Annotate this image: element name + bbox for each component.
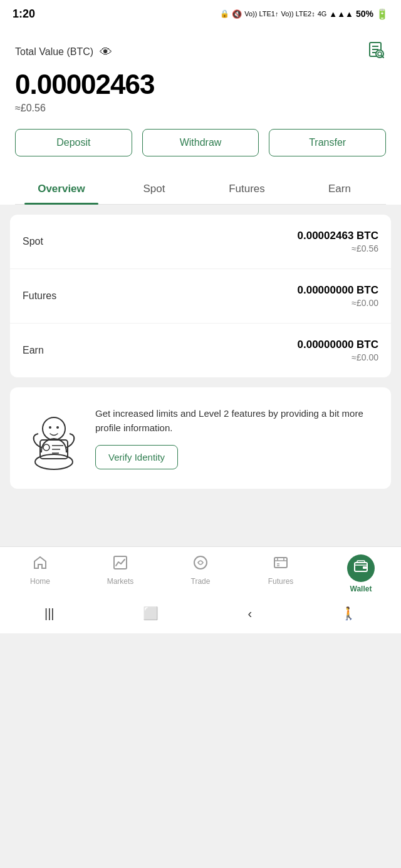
tab-earn[interactable]: Earn [293,174,386,204]
nav-label-home: Home [30,577,50,586]
nav-item-trade[interactable]: Trade [175,554,226,593]
nav-label-markets: Markets [107,577,134,586]
deposit-button[interactable]: Deposit [15,129,132,156]
nav-item-markets[interactable]: Markets [95,554,145,593]
trade-icon [192,554,209,574]
bottom-nav: Home Markets Trade [0,546,401,598]
mute-icon: 🔇 [232,9,242,19]
earn-values: 0.00000000 BTC ≈£0.00 [298,339,378,362]
verify-text: Get increased limits and Level 2 feature… [95,407,378,469]
withdraw-button[interactable]: Withdraw [142,129,259,156]
btc-main-value: 0.00002463 [15,69,386,100]
wallet-icon [353,558,369,578]
verify-card: Get increased limits and Level 2 feature… [10,387,391,489]
back-button[interactable]: ‹ [247,606,252,621]
spacer [10,499,391,536]
futures-values: 0.00000000 BTC ≈£0.00 [298,284,378,308]
earn-fiat: ≈£0.00 [298,352,378,362]
futures-fiat: ≈£0.00 [298,298,378,308]
balances-card: Spot 0.00002463 BTC ≈£0.56 Futures 0.000… [10,215,391,377]
fiat-main-value: ≈£0.56 [15,103,386,114]
tabs: Overview Spot Futures Earn [15,174,386,205]
verify-illustration [23,402,85,474]
nav-label-wallet: Wallet [350,585,372,593]
nav-label-trade: Trade [191,577,211,586]
spot-fiat: ≈£0.56 [298,243,378,253]
verify-identity-button[interactable]: Verify Identity [95,445,178,469]
svg-rect-25 [363,566,367,569]
main-content: Total Value (BTC) 👁 0.00002463 ≈£0.56 De… [0,28,401,205]
spot-btc: 0.00002463 BTC [298,230,378,242]
tab-futures[interactable]: Futures [200,174,293,204]
eye-icon[interactable]: 👁 [100,45,112,59]
wifi-bars: ▲▲▲ [329,9,353,19]
tab-overview[interactable]: Overview [15,174,108,204]
system-nav: ||| ⬜ ‹ 🚶 [0,598,401,633]
nav-label-futures: Futures [268,577,294,586]
earn-btc: 0.00000000 BTC [298,339,378,351]
markets-icon [112,554,128,574]
home-icon [32,554,48,574]
svg-point-12 [43,444,49,451]
futures-nav-icon [273,554,289,574]
nav-item-home[interactable]: Home [15,554,65,593]
overview-section: Spot 0.00002463 BTC ≈£0.56 Futures 0.000… [0,205,401,546]
lock-icon: 🔒 [220,9,229,18]
status-icons: 🔒 🔇 Vo)) LTE1↑ Vo)) LTE2↕ 4G ▲▲▲ 50% 🔋 [220,8,388,20]
svg-rect-18 [274,558,287,568]
earn-label: Earn [23,345,44,356]
action-buttons: Deposit Withdraw Transfer [15,129,386,156]
battery-icon: 🔋 [376,8,388,20]
svg-point-9 [49,426,51,429]
futures-btc: 0.00000000 BTC [298,284,378,297]
wallet-active-circle [347,554,375,582]
spot-label: Spot [23,236,43,247]
transfer-button[interactable]: Transfer [269,129,386,156]
statement-icon[interactable] [366,40,386,64]
battery-percentage: 50% [356,9,373,19]
svg-point-10 [56,426,59,429]
spot-balance-row: Spot 0.00002463 BTC ≈£0.56 [10,215,391,269]
nav-item-wallet[interactable]: Wallet [336,554,386,593]
tab-spot[interactable]: Spot [108,174,200,204]
futures-label: Futures [23,290,56,302]
recent-apps-button[interactable]: ||| [44,606,55,621]
header-row: Total Value (BTC) 👁 [15,40,386,64]
svg-point-17 [194,556,207,569]
signal-lte1: Vo)) LTE1↑ [244,10,278,18]
svg-point-8 [43,417,65,440]
status-bar: 1:20 🔒 🔇 Vo)) LTE1↑ Vo)) LTE2↕ 4G ▲▲▲ 50… [0,0,401,28]
home-button[interactable]: ⬜ [143,606,159,621]
status-time: 1:20 [13,8,35,21]
total-value-label: Total Value (BTC) 👁 [15,45,112,59]
verify-description: Get increased limits and Level 2 feature… [95,407,378,435]
signal-lte2: Vo)) LTE2↕ [281,10,315,18]
bottom-nav-container: Home Markets Trade [0,546,401,633]
nav-item-futures[interactable]: Futures [256,554,306,593]
signal-4g: 4G [318,10,327,18]
earn-balance-row: Earn 0.00000000 BTC ≈£0.00 [10,324,391,377]
spot-values: 0.00002463 BTC ≈£0.56 [298,230,378,253]
accessibility-button[interactable]: 🚶 [341,606,357,621]
futures-balance-row: Futures 0.00000000 BTC ≈£0.00 [10,269,391,324]
